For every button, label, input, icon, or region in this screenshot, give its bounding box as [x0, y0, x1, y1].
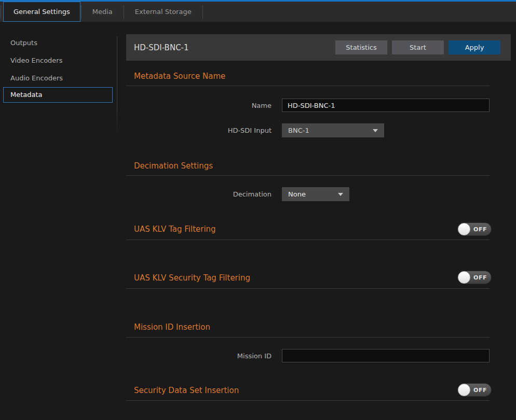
decimation-dropdown[interactable]: None — [282, 187, 349, 201]
section-divider — [126, 400, 490, 401]
section-divider — [126, 337, 490, 338]
section-divider — [126, 86, 490, 86]
hd-sdi-input-dropdown[interactable]: BNC-1 — [282, 123, 384, 137]
hd-sdi-input-value: BNC-1 — [288, 127, 368, 134]
section-heading-uas-klv-security-tag-filtering: UAS KLV Security Tag Filtering — [134, 274, 250, 283]
decimation-value: None — [288, 190, 333, 198]
section-divider — [126, 288, 490, 289]
uas-klv-tag-filtering-toggle[interactable]: OFF — [457, 222, 492, 236]
toggle-state-label: OFF — [470, 226, 491, 233]
panel-header: HD-SDI-BNC-1 Statistics Start Apply — [126, 34, 511, 61]
section-heading-decimation-settings: Decimation Settings — [134, 162, 213, 171]
page-title: HD-SDI-BNC-1 — [134, 43, 331, 52]
tab-separator — [81, 5, 82, 19]
toggle-state-label: OFF — [470, 274, 491, 281]
name-label: Name — [126, 102, 271, 109]
sidebar-item-video-encoders[interactable]: Video Encoders — [0, 52, 117, 69]
statistics-button[interactable]: Statistics — [335, 40, 387, 54]
hd-sdi-input-label: HD-SDI Input — [126, 127, 271, 134]
sidebar: Outputs Video Encoders Audio Encoders Me… — [0, 34, 117, 103]
tab-separator — [124, 5, 124, 19]
tab-general-settings[interactable]: General Settings — [3, 2, 80, 22]
tab-media[interactable]: Media — [82, 2, 123, 22]
toggle-knob — [458, 384, 470, 396]
toggle-knob — [458, 223, 470, 235]
start-button[interactable]: Start — [392, 40, 444, 54]
decimation-label: Decimation — [126, 190, 271, 198]
mission-id-input[interactable] — [282, 349, 490, 362]
toggle-state-label: OFF — [470, 387, 491, 394]
apply-button[interactable]: Apply — [449, 40, 500, 54]
tab-separator — [1, 5, 1, 19]
security-data-set-insertion-toggle[interactable]: OFF — [457, 383, 492, 397]
name-input[interactable] — [282, 99, 490, 112]
section-heading-security-data-set-insertion: Security Data Set Insertion — [134, 386, 239, 395]
chevron-down-icon — [373, 129, 378, 132]
tab-separator — [202, 5, 203, 19]
mission-id-label: Mission ID — [126, 352, 271, 360]
tab-external-storage[interactable]: External Storage — [125, 2, 202, 22]
section-heading-metadata-source-name: Metadata Source Name — [134, 72, 225, 81]
sidebar-divider — [117, 36, 117, 137]
sidebar-item-metadata[interactable]: Metadata — [3, 87, 113, 103]
sidebar-item-outputs[interactable]: Outputs — [0, 34, 117, 52]
top-tab-bar: General Settings Media External Storage — [0, 0, 516, 22]
toggle-knob — [458, 271, 470, 284]
section-divider — [126, 240, 490, 240]
section-divider — [126, 175, 490, 176]
sidebar-item-audio-encoders[interactable]: Audio Encoders — [0, 69, 117, 87]
uas-klv-security-tag-filtering-toggle[interactable]: OFF — [457, 271, 492, 284]
section-heading-uas-klv-tag-filtering: UAS KLV Tag Filtering — [134, 225, 216, 234]
chevron-down-icon — [338, 193, 343, 196]
section-heading-mission-id-insertion: Mission ID Insertion — [134, 323, 210, 332]
